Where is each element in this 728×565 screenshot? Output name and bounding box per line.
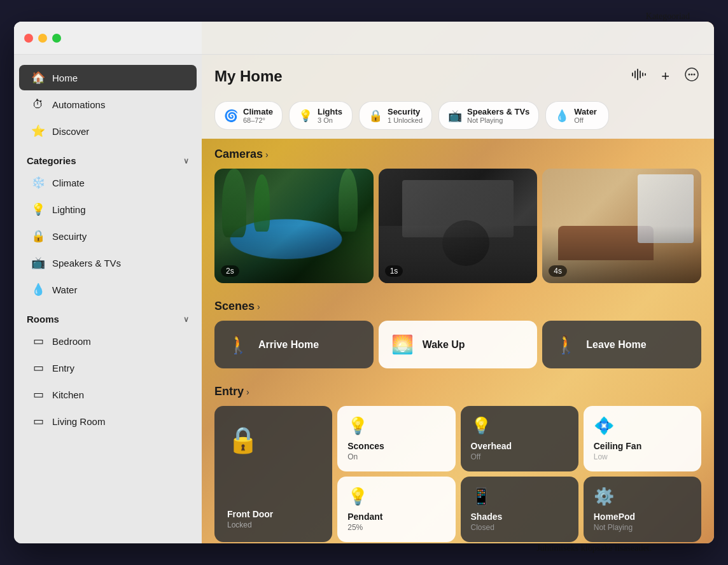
climate-icon: ❄️ <box>32 176 45 189</box>
sidebar-item-entry[interactable]: ▭ Entry <box>19 355 197 380</box>
home-icon: 🏠 <box>32 71 45 84</box>
sidebar: 🏠 Home ⏱ Automations ⭐ Discover Categori… <box>14 22 202 543</box>
cameras-title: Cameras <box>214 148 263 161</box>
overhead-icon: 💡 <box>471 416 568 436</box>
sidebar-item-kitchen-label: Kitchen <box>52 389 84 400</box>
scene-leave[interactable]: 🚶 Leave Home <box>542 321 701 368</box>
sidebar-item-living-room[interactable]: ▭ Living Room <box>19 408 197 434</box>
sidebar-item-entry-label: Entry <box>52 363 74 373</box>
device-front-door[interactable]: 🔒 Front Door Locked <box>214 406 332 542</box>
scenes-title: Scenes <box>214 300 255 313</box>
sidebar-item-lighting-label: Lighting <box>52 204 86 215</box>
titlebar <box>14 22 714 55</box>
sidebar-item-kitchen[interactable]: ▭ Kitchen <box>19 382 197 407</box>
security-pill-label: Security <box>388 107 423 116</box>
svg-point-8 <box>691 74 693 76</box>
camera-garage[interactable]: 1s <box>379 169 538 283</box>
speakers-icon: 📺 <box>32 256 45 269</box>
sidebar-item-automations[interactable]: ⏱ Automations <box>19 92 197 117</box>
speakers-pill-icon: 📺 <box>448 109 462 123</box>
scene-wakeup[interactable]: 🌅 Wake Up <box>379 321 538 368</box>
cameras-arrow[interactable]: › <box>265 150 269 160</box>
ceiling-fan-sub: Low <box>594 452 691 461</box>
entry-arrow[interactable]: › <box>246 387 249 397</box>
device-ceiling-fan[interactable]: 💠 Ceiling Fan Low <box>584 406 701 471</box>
sidebar-item-climate-label: Climate <box>52 178 85 188</box>
discover-icon: ⭐ <box>32 125 45 137</box>
camera-pool[interactable]: 2s <box>214 169 374 283</box>
entry-icon: ▭ <box>32 361 45 374</box>
annotation-top: Kategooriad <box>646 11 690 22</box>
sidebar-item-automations-label: Automations <box>52 99 105 110</box>
svg-rect-0 <box>632 73 633 76</box>
pendant-sub: 25% <box>347 523 445 532</box>
climate-pill-sub: 68–72° <box>243 116 273 124</box>
speakers-pill-label: Speakers & TVs <box>467 107 529 116</box>
scene-arrive[interactable]: 🚶 Arrive Home <box>214 321 374 368</box>
cameras-section: Cameras › <box>202 139 714 291</box>
camera-living[interactable]: 4s <box>542 169 701 283</box>
category-pills: 🌀 Climate 68–72° 💡 Lights 3 On 🔒 Securit… <box>202 95 714 139</box>
entry-header: Entry › <box>214 385 701 398</box>
sidebar-item-speakers[interactable]: 📺 Speakers & TVs <box>19 250 197 276</box>
svg-rect-4 <box>642 73 643 76</box>
rooms-chevron[interactable]: ∨ <box>183 315 189 324</box>
sidebar-item-bedroom-label: Bedroom <box>52 336 91 347</box>
sconces-sub: On <box>347 452 445 461</box>
entry-grid: 🔒 Front Door Locked 💡 Sconces On <box>214 406 701 542</box>
pill-speakers[interactable]: 📺 Speakers & TVs Not Playing <box>438 101 539 130</box>
sidebar-item-bedroom[interactable]: ▭ Bedroom <box>19 328 197 354</box>
camera-garage-badge: 1s <box>385 265 403 277</box>
waveform-button[interactable] <box>629 66 648 86</box>
app-window: 🏠 Home ⏱ Automations ⭐ Discover Categori… <box>14 22 714 543</box>
front-door-icon: 🔒 <box>227 419 259 455</box>
scenes-arrow[interactable]: › <box>257 302 260 312</box>
sidebar-item-security[interactable]: 🔒 Secuirty <box>19 223 197 249</box>
svg-rect-2 <box>637 69 638 80</box>
svg-rect-5 <box>645 73 646 76</box>
sidebar-item-water[interactable]: 💧 Water <box>19 277 197 302</box>
wakeup-icon: 🌅 <box>391 334 414 355</box>
device-shades[interactable]: 📱 Shades Closed <box>461 477 578 542</box>
device-pendant[interactable]: 💡 Pendant 25% <box>337 477 455 542</box>
ceiling-fan-icon: 💠 <box>594 416 691 436</box>
categories-chevron[interactable]: ∨ <box>183 157 189 165</box>
rooms-header: Rooms ∨ <box>14 303 202 328</box>
water-pill-sub: Off <box>574 116 597 124</box>
water-pill-icon: 💧 <box>555 109 569 123</box>
sidebar-item-home[interactable]: 🏠 Home <box>19 65 197 90</box>
device-overhead[interactable]: 💡 Overhead Off <box>461 406 578 471</box>
fullscreen-button[interactable] <box>52 34 61 43</box>
sidebar-item-climate[interactable]: ❄️ Climate <box>19 170 197 195</box>
automations-icon: ⏱ <box>32 98 45 111</box>
categories-header: Categories ∨ <box>14 145 202 170</box>
sidebar-item-discover[interactable]: ⭐ Discover <box>19 118 197 144</box>
front-door-label: Front Door <box>227 509 273 519</box>
sidebar-item-lighting[interactable]: 💡 Lighting <box>19 197 197 222</box>
cameras-header: Cameras › <box>214 148 701 161</box>
traffic-lights <box>24 34 61 43</box>
pill-lights[interactable]: 💡 Lights 3 On <box>289 101 353 130</box>
pill-water[interactable]: 💧 Water Off <box>545 101 609 130</box>
device-homepod[interactable]: ⚙️ HomePod Not Playing <box>584 477 701 542</box>
pill-security[interactable]: 🔒 Security 1 Unlocked <box>359 101 432 130</box>
overhead-sub: Off <box>471 452 568 461</box>
close-button[interactable] <box>24 34 33 43</box>
sidebar-item-home-label: Home <box>52 73 78 83</box>
camera-living-badge: 4s <box>549 265 567 277</box>
front-door-sub: Locked <box>227 520 273 529</box>
shades-label: Shades <box>471 512 568 522</box>
arrive-icon: 🚶 <box>227 334 249 355</box>
lights-pill-sub: 3 On <box>318 116 342 124</box>
pill-climate[interactable]: 🌀 Climate 68–72° <box>214 101 283 130</box>
cameras-grid: 2s 1s <box>214 169 701 283</box>
more-button[interactable] <box>682 65 701 87</box>
water-icon: 💧 <box>32 283 45 296</box>
add-button[interactable]: + <box>659 66 672 87</box>
sidebar-item-living-room-label: Living Room <box>52 416 105 427</box>
svg-point-7 <box>689 74 690 76</box>
device-sconces[interactable]: 💡 Sconces On <box>337 406 455 471</box>
shades-sub: Closed <box>471 523 568 532</box>
minimize-button[interactable] <box>38 34 47 43</box>
entry-title: Entry <box>214 385 244 398</box>
